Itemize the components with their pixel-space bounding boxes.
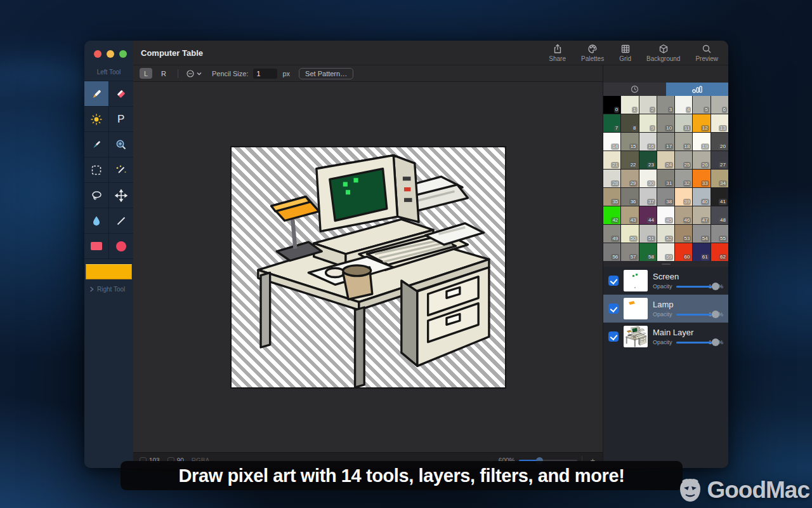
palette-swatch[interactable]: 13	[711, 114, 728, 132]
layer-visibility-checkbox[interactable]	[608, 304, 619, 314]
palette-swatch[interactable]: 21	[603, 151, 620, 169]
palette-swatch[interactable]: 50	[621, 225, 638, 243]
active-color-swatch[interactable]	[86, 264, 132, 279]
palette-swatch[interactable]: 7	[603, 114, 620, 132]
palette-swatch[interactable]: 47	[693, 206, 710, 224]
eraser-tool[interactable]	[109, 81, 134, 107]
palette-swatch[interactable]: 8	[621, 114, 638, 132]
palette-swatch[interactable]: 56	[603, 243, 620, 261]
palette-swatch[interactable]: 20	[711, 133, 728, 150]
palette-swatch[interactable]: 42	[603, 206, 620, 224]
left-mouse-option[interactable]: L	[140, 68, 152, 79]
palette-swatch[interactable]: 38	[657, 188, 674, 206]
palette-swatch[interactable]: 57	[621, 243, 638, 261]
palette-swatch[interactable]: 41	[711, 188, 728, 206]
brush-shape-dropdown[interactable]	[186, 69, 202, 78]
palette-swatch[interactable]: 34	[711, 170, 728, 187]
palette-swatch[interactable]: 37	[639, 188, 657, 206]
opacity-slider[interactable]	[676, 314, 705, 316]
close-button[interactable]	[94, 50, 102, 58]
palette-swatch[interactable]: 36	[621, 188, 638, 206]
palette-swatch[interactable]: 46	[675, 206, 692, 224]
line-tool[interactable]	[109, 208, 134, 234]
palette-swatch[interactable]: 3	[657, 96, 674, 114]
pencil-tool[interactable]	[84, 81, 109, 107]
palette-swatch[interactable]: 29	[621, 170, 638, 187]
panel-resize-handle[interactable]	[603, 261, 728, 267]
palette-swatch[interactable]: 19	[693, 133, 710, 150]
zoom-tool[interactable]	[109, 132, 134, 157]
move-tool[interactable]	[109, 183, 134, 208]
ellipse-tool[interactable]	[109, 234, 134, 259]
canvas-artwork[interactable]	[230, 146, 506, 389]
layer-row-screen[interactable]: Screen Opacity 100%	[603, 267, 728, 295]
palette-swatch[interactable]: 23	[639, 151, 657, 169]
palette-swatch[interactable]: 44	[639, 206, 657, 224]
right-mouse-option[interactable]: R	[157, 68, 170, 79]
palette-swatch[interactable]: 33	[693, 170, 710, 187]
zoom-window-button[interactable]	[119, 50, 127, 58]
grid-button[interactable]: Grid	[619, 44, 631, 62]
opacity-slider-thumb[interactable]	[712, 311, 719, 318]
palette-swatch[interactable]: 5	[693, 96, 710, 114]
rectangle-tool[interactable]	[84, 234, 109, 259]
magic-wand-tool[interactable]	[109, 157, 134, 183]
brightness-tool[interactable]	[84, 107, 109, 132]
palette-swatch[interactable]: 48	[711, 206, 728, 224]
opacity-slider[interactable]	[676, 286, 705, 288]
palette-swatch[interactable]: 14	[603, 133, 620, 150]
palette-swatch[interactable]: 25	[675, 151, 692, 169]
opacity-slider-thumb[interactable]	[712, 283, 719, 290]
palette-swatch[interactable]: 31	[657, 170, 674, 187]
palette-swatch[interactable]: 43	[621, 206, 638, 224]
palette-swatch[interactable]: 49	[603, 225, 620, 243]
text-tool[interactable]: P	[109, 107, 134, 132]
set-pattern-button[interactable]: Set Pattern…	[299, 68, 353, 79]
palette-swatch[interactable]: 60	[675, 243, 692, 261]
minimize-button[interactable]	[107, 50, 114, 58]
palette-swatch[interactable]: 62	[711, 243, 728, 261]
palettes-button[interactable]: Palettes	[581, 44, 604, 62]
opacity-slider-thumb[interactable]	[712, 338, 719, 346]
palette-swatch[interactable]: 15	[621, 133, 638, 150]
layer-row-main[interactable]: Main Layer Opacity 100%	[603, 323, 728, 351]
palette-swatch[interactable]: 17	[657, 133, 674, 150]
palette-swatch[interactable]: 59	[657, 243, 674, 261]
palette-swatch[interactable]: 40	[693, 188, 710, 206]
share-button[interactable]: Share	[549, 44, 566, 62]
palette-swatch[interactable]: 11	[675, 114, 692, 132]
palette-swatch[interactable]: 0	[603, 96, 620, 114]
palette-swatch[interactable]: 61	[693, 243, 710, 261]
palette-swatch[interactable]: 12	[693, 114, 710, 132]
select-tool[interactable]	[84, 157, 109, 183]
palette-swatch[interactable]: 39	[675, 188, 692, 206]
preview-button[interactable]: Preview	[695, 44, 718, 62]
palette-swatch[interactable]: 26	[693, 151, 710, 169]
palette-swatch[interactable]: 28	[603, 170, 620, 187]
palette-swatch[interactable]: 22	[621, 151, 638, 169]
palette-swatch[interactable]: 35	[603, 188, 620, 206]
right-tool-disclosure[interactable]: Right Tool	[84, 279, 133, 293]
palette-swatch[interactable]: 9	[639, 114, 657, 132]
palette-swatch[interactable]: 58	[639, 243, 657, 261]
palette-swatch[interactable]: 53	[675, 225, 692, 243]
palette-swatch[interactable]: 27	[711, 151, 728, 169]
palette-swatch[interactable]: 18	[675, 133, 692, 150]
palette-swatch[interactable]: 52	[657, 225, 674, 243]
swatches-tab[interactable]	[666, 83, 729, 96]
opacity-slider[interactable]	[676, 342, 705, 344]
palette-swatch[interactable]: 2	[639, 96, 657, 114]
eyedropper-tool[interactable]	[84, 132, 109, 157]
layer-row-lamp[interactable]: Lamp Opacity 100%	[603, 295, 728, 323]
palette-swatch[interactable]: 10	[657, 114, 674, 132]
palette-swatch[interactable]: 45	[657, 206, 674, 224]
fill-tool[interactable]	[84, 208, 109, 234]
background-button[interactable]: Background	[646, 44, 680, 62]
palette-swatch[interactable]: 32	[675, 170, 692, 187]
lasso-tool[interactable]	[84, 183, 109, 208]
pencil-size-input[interactable]	[253, 69, 277, 79]
layer-visibility-checkbox[interactable]	[608, 331, 619, 342]
palette-swatch[interactable]: 24	[657, 151, 674, 169]
palette-swatch[interactable]: 16	[639, 133, 657, 150]
palette-swatch[interactable]: 6	[711, 96, 728, 114]
